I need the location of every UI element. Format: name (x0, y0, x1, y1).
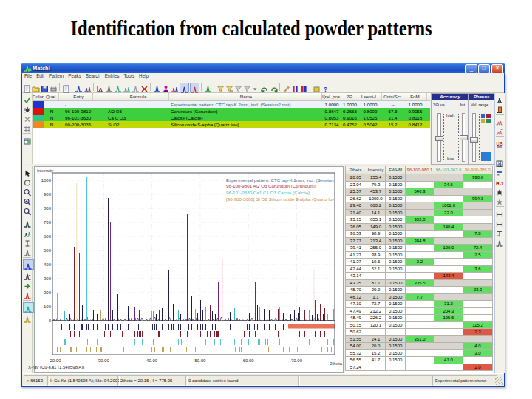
svg-text:600: 600 (44, 234, 52, 239)
svg-text:200: 200 (44, 290, 52, 295)
svg-text:70.00: 70.00 (291, 358, 303, 363)
svg-text:0: 0 (49, 318, 52, 323)
svg-text:400: 400 (44, 262, 52, 267)
svg-text:US: US (496, 141, 503, 146)
svg-text:900: 900 (44, 192, 52, 197)
svg-text:500: 500 (44, 248, 52, 253)
svg-text:50.00: 50.00 (194, 358, 206, 363)
svg-text:60.00: 60.00 (243, 358, 255, 363)
svg-text:?: ? (324, 86, 328, 93)
svg-text:96-100-9801 Al2 O3 Corundum (: 96-100-9801 Al2 O3 Corundum (Corundum) (226, 183, 316, 188)
svg-text:20.00: 20.00 (50, 358, 61, 363)
svg-text:40.00: 40.00 (146, 358, 158, 363)
svg-text:[96-900-3606] Si O2 Silicon ox: [96-900-3606] Si O2 Silicon oxide $-alph… (226, 197, 337, 202)
svg-text:2theta: 2theta (330, 361, 342, 366)
svg-text:96-101-0630 Ca1 C1 O3 Calcite: 96-101-0630 Ca1 C1 O3 Calcite (Calcite) (226, 190, 310, 195)
svg-text:100: 100 (44, 304, 52, 309)
svg-text:800: 800 (44, 206, 52, 211)
svg-text:Experimental pattern: CTC tap-: Experimental pattern: CTC tap-K 2mm, inc… (226, 177, 344, 183)
svg-text:1000: 1000 (41, 178, 52, 183)
svg-text:30.00: 30.00 (98, 358, 110, 363)
svg-text:700: 700 (44, 220, 52, 225)
svg-text:300: 300 (44, 276, 52, 281)
